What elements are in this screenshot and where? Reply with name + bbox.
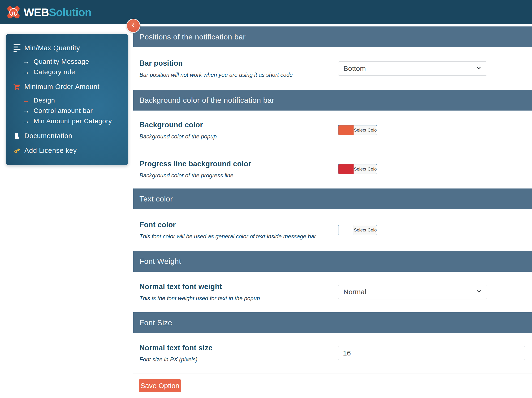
setting-description: Background color of the progress line [139, 172, 251, 179]
progress-line-color-picker-button[interactable]: Select Color [338, 164, 377, 174]
section-heading-positions: Positions of the notification bar [133, 26, 532, 47]
setting-description: This is the font weight used for text in… [139, 295, 260, 302]
setting-label: Normal text font size [139, 344, 212, 352]
sidebar-item-label: Category rule [34, 68, 75, 76]
brand-title-primary: WEB [24, 6, 49, 19]
sidebar-item-documentation[interactable]: Documentation [6, 131, 128, 141]
sidebar-item-add-license-key[interactable]: Add License key [6, 145, 128, 156]
arrow-right-icon: → [23, 97, 30, 104]
font-color-picker-button[interactable]: Select Color [338, 225, 377, 235]
section-heading-text: Background color of the notification bar [139, 96, 274, 105]
section-heading-font-weight: Font Weight [133, 251, 532, 272]
cart-icon [13, 83, 21, 91]
select-color-label: Select Color [354, 125, 377, 135]
setting-label: Bar position [139, 59, 293, 68]
key-icon [13, 146, 21, 155]
setting-description: Font size in PX (pixels) [139, 356, 212, 363]
app-header: π WEBSolution [0, 0, 532, 24]
select-color-label: Select Color [354, 225, 377, 235]
arrow-right-icon: → [23, 58, 30, 65]
setting-row-bar-position: Bar position Bar position will not work … [133, 47, 532, 90]
color-swatch [338, 164, 354, 174]
setting-row-progress-line-color: Progress line background color Backgroun… [133, 149, 532, 188]
brand-x-icon: π [5, 4, 22, 21]
color-swatch [338, 125, 354, 135]
bar-position-select[interactable]: Bottom [338, 62, 487, 75]
sidebar-item-label: Design [34, 97, 55, 104]
chevron-down-icon [476, 288, 482, 296]
arrow-right-icon: → [23, 117, 30, 125]
setting-row-font-weight: Normal text font weight This is the font… [133, 272, 532, 312]
color-swatch [338, 225, 354, 235]
sidebar-item-label: Control amount bar [34, 107, 93, 115]
sidebar-item-min-max-quantity[interactable]: Min/Max Quantity [6, 43, 128, 53]
settings-footer: Save Option [133, 373, 532, 398]
sidebar-item-category-rule[interactable]: → Category rule [6, 67, 128, 77]
sidebar-item-min-amount-per-category[interactable]: → Min Amount per Category [6, 116, 128, 126]
background-color-picker-button[interactable]: Select Color [338, 125, 377, 135]
list-icon [13, 44, 21, 52]
section-heading-text: Font Weight [139, 257, 181, 266]
brand-title: WEBSolution [24, 6, 91, 19]
setting-row-font-size: Normal text font size Font size in PX (p… [133, 333, 532, 373]
font-weight-select[interactable]: Normal [338, 285, 487, 299]
setting-description: Background color of the popup [139, 133, 217, 140]
section-heading-text: Text color [139, 195, 173, 203]
section-heading-font-size: Font Size [133, 312, 532, 333]
arrow-right-icon: → [23, 107, 30, 115]
section-heading-text: Font Size [139, 318, 172, 327]
selected-value: Normal [343, 288, 366, 296]
sidebar-menu: Min/Max Quantity → Quantity Message → Ca… [6, 34, 128, 156]
setting-description: This font color will be used as general … [139, 233, 316, 240]
header-gap [133, 24, 532, 26]
sidebar: Min/Max Quantity → Quantity Message → Ca… [6, 34, 128, 165]
brand-title-secondary: Solution [49, 6, 91, 19]
sidebar-item-label: Add License key [24, 147, 77, 155]
sidebar-item-design[interactable]: → Design [6, 95, 128, 106]
sidebar-item-label: Min Amount per Category [34, 117, 112, 125]
section-heading-background-color: Background color of the notification bar [133, 90, 532, 111]
setting-label: Font color [139, 221, 316, 229]
font-size-input[interactable] [338, 346, 525, 360]
setting-row-font-color: Font color This font color will be used … [133, 209, 532, 251]
chevron-left-icon [130, 22, 136, 29]
brand-logo: π WEBSolution [5, 0, 91, 24]
setting-label: Progress line background color [139, 159, 251, 168]
select-color-label: Select Color [354, 164, 377, 174]
sidebar-item-minimum-order-amount[interactable]: Minimum Order Amount [6, 81, 128, 92]
sidebar-item-label: Minimum Order Amount [24, 83, 100, 91]
sidebar-item-quantity-message[interactable]: → Quantity Message [6, 56, 128, 67]
settings-panel: Positions of the notification bar Bar po… [133, 24, 532, 398]
section-heading-text-color: Text color [133, 188, 532, 209]
collapse-sidebar-button[interactable] [126, 19, 140, 33]
selected-value: Bottom [343, 64, 366, 73]
setting-label: Normal text font weight [139, 282, 260, 291]
book-icon [13, 132, 21, 140]
setting-description: Bar position will not work when you are … [139, 72, 293, 78]
arrow-right-icon: → [23, 68, 30, 76]
section-heading-text: Positions of the notification bar [139, 33, 246, 41]
sidebar-item-label: Quantity Message [34, 58, 89, 65]
sidebar-item-label: Documentation [24, 132, 72, 140]
sidebar-item-control-amount-bar[interactable]: → Control amount bar [6, 106, 128, 116]
logo-pi-glyph: π [12, 8, 16, 16]
chevron-down-icon [476, 64, 482, 73]
sidebar-item-label: Min/Max Quantity [24, 44, 80, 52]
setting-label: Background color [139, 120, 217, 129]
save-option-button[interactable]: Save Option [139, 379, 181, 392]
setting-row-background-color: Background color Background color of the… [133, 111, 532, 149]
